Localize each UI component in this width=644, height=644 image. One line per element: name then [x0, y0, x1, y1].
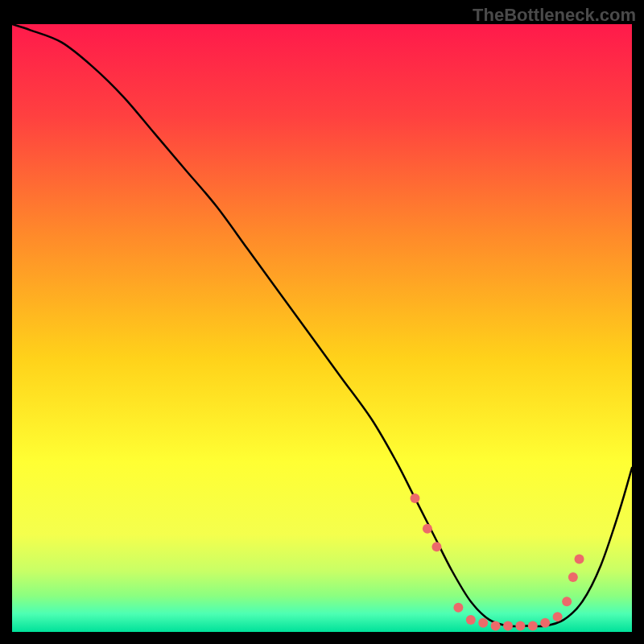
marker-point: [411, 493, 420, 503]
marker-point: [562, 597, 572, 606]
marker-point: [575, 554, 584, 564]
marker-point: [568, 572, 578, 582]
marker-point: [478, 618, 488, 628]
chart-frame: TheBottleneck.com: [0, 0, 644, 644]
marker-point: [503, 621, 513, 630]
chart-svg: [12, 24, 632, 632]
marker-point: [553, 612, 563, 621]
marker-point: [528, 621, 538, 630]
marker-point: [466, 615, 476, 625]
marker-point: [540, 618, 550, 628]
gradient-background: [12, 24, 632, 632]
marker-point: [453, 603, 463, 613]
bottleneck-plot: [12, 24, 632, 632]
marker-point: [515, 621, 525, 630]
marker-point: [423, 524, 432, 534]
watermark-label: TheBottleneck.com: [473, 5, 636, 26]
marker-point: [431, 542, 441, 551]
marker-point: [491, 621, 501, 630]
